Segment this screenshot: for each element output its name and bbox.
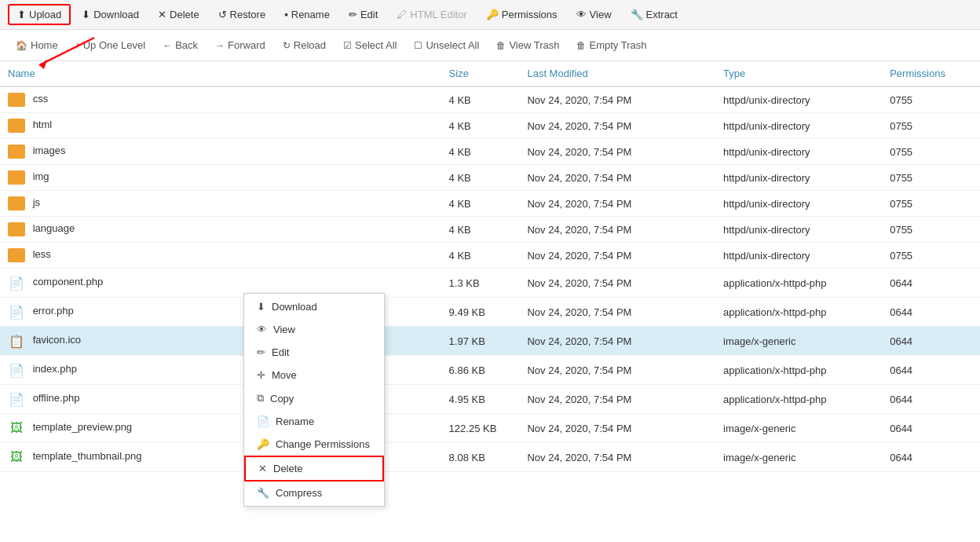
file-modified-cell: Nov 24, 2020, 7:54 PM — [519, 86, 715, 113]
file-type-cell: image/x-generic — [715, 327, 882, 356]
table-row[interactable]: 📄 offline.php 4.95 KB Nov 24, 2020, 7:54… — [0, 385, 980, 414]
up-one-level-button[interactable]: ↑ Up One Level — [68, 35, 154, 55]
download-icon: ⬇ — [82, 9, 90, 20]
context-menu-item-cm-copy[interactable]: ⧉ Copy — [244, 386, 384, 410]
view-icon: 👁 — [576, 9, 587, 20]
table-row[interactable]: 🖼 template_thumbnail.png 8.08 KB Nov 24,… — [0, 443, 980, 472]
file-perms-cell: 0755 — [882, 243, 980, 269]
view-trash-button[interactable]: 🗑 View Trash — [488, 35, 567, 55]
table-row[interactable]: 📄 component.php 1.3 KB Nov 24, 2020, 7:5… — [0, 269, 980, 298]
restore-button[interactable]: ↺ Restore — [210, 5, 274, 24]
empty-trash-button[interactable]: 🗑 Empty Trash — [569, 35, 654, 55]
size-col-header[interactable]: Size — [441, 61, 520, 86]
perms-col-header[interactable]: Permissions — [882, 61, 980, 86]
back-button[interactable]: ← Back — [155, 35, 206, 55]
context-menu-item-cm-change-permissions[interactable]: 🔑 Change Permissions — [244, 433, 384, 456]
extract-button[interactable]: 🔧 Extract — [623, 5, 686, 24]
file-size-cell: 9.49 KB — [441, 298, 520, 327]
context-menu-item-cm-rename[interactable]: 📄 Rename — [244, 410, 384, 433]
file-name-cell[interactable]: html — [0, 113, 441, 139]
file-modified-cell: Nov 24, 2020, 7:54 PM — [519, 414, 715, 443]
file-name: language — [33, 222, 75, 234]
upload-button[interactable]: ⬆ Upload — [8, 4, 71, 25]
html-editor-label: HTML Editor — [410, 9, 466, 20]
folder-icon — [8, 170, 25, 185]
edit-button[interactable]: ✏ Edit — [341, 5, 386, 24]
file-name: template_thumbnail.png — [33, 450, 142, 462]
file-type-cell: application/x-httpd-php — [715, 385, 882, 414]
delete-button[interactable]: ✕ Delete — [150, 5, 207, 24]
html-editor-button[interactable]: 🖊 HTML Editor — [389, 5, 474, 24]
cm-label-cm-view: View — [273, 324, 295, 335]
cm-label-cm-copy: Copy — [270, 393, 294, 405]
context-menu-item-cm-compress[interactable]: 🔧 Compress — [244, 482, 384, 504]
table-row[interactable]: css 4 KB Nov 24, 2020, 7:54 PM httpd/uni… — [0, 86, 980, 113]
file-name-cell[interactable]: js — [0, 191, 441, 217]
select-all-label: Select All — [355, 39, 397, 51]
context-menu-item-cm-view[interactable]: 👁 View — [244, 318, 384, 341]
table-row[interactable]: 🖼 template_preview.png 122.25 KB Nov 24,… — [0, 414, 980, 443]
file-type-cell: httpd/unix-directory — [715, 217, 882, 243]
cm-label-cm-rename: Rename — [276, 416, 314, 427]
reload-button[interactable]: ↻ Reload — [275, 35, 334, 55]
table-row[interactable]: images 4 KB Nov 24, 2020, 7:54 PM httpd/… — [0, 139, 980, 165]
folder-icon — [8, 196, 25, 211]
table-row[interactable]: 📄 error.php 9.49 KB Nov 24, 2020, 7:54 P… — [0, 298, 980, 327]
cm-icon-cm-rename: 📄 — [257, 416, 269, 427]
file-perms-cell: 0644 — [882, 414, 980, 443]
navbar: 🏠 Home ↑ Up One Level ← Back → Forward ↻… — [0, 30, 980, 61]
file-name-cell[interactable]: img — [0, 165, 441, 191]
table-row[interactable]: js 4 KB Nov 24, 2020, 7:54 PM httpd/unix… — [0, 191, 980, 217]
forward-icon: → — [215, 40, 225, 51]
delete-icon: ✕ — [158, 9, 166, 20]
edit-label: Edit — [360, 9, 378, 20]
file-name-cell[interactable]: less — [0, 243, 441, 269]
table-row[interactable]: language 4 KB Nov 24, 2020, 7:54 PM http… — [0, 217, 980, 243]
table-row[interactable]: 📄 index.php 6.86 KB Nov 24, 2020, 7:54 P… — [0, 356, 980, 385]
context-menu-item-cm-download[interactable]: ⬇ Download — [244, 295, 384, 318]
file-perms-cell: 0644 — [882, 327, 980, 356]
file-perms-cell: 0644 — [882, 269, 980, 298]
file-name-cell[interactable]: css — [0, 86, 441, 113]
file-perms-cell: 0755 — [882, 139, 980, 165]
toolbar: ⬆ Upload ⬇ Download ✕ Delete ↺ Restore ▪… — [0, 0, 980, 30]
permissions-button[interactable]: 🔑 Permissions — [478, 5, 565, 24]
folder-icon — [8, 248, 25, 262]
file-table-scroll[interactable]: Name Size Last Modified Type Permissions… — [0, 61, 980, 542]
view-label: View — [590, 9, 612, 20]
folder-icon — [8, 222, 25, 236]
file-size-cell: 4 KB — [441, 217, 520, 243]
download-label: Download — [93, 9, 139, 20]
home-label: Home — [31, 39, 58, 51]
view-button[interactable]: 👁 View — [569, 5, 620, 24]
download-button[interactable]: ⬇ Download — [74, 5, 147, 24]
png-file-icon: 🖼 — [8, 449, 25, 466]
file-size-cell: 4 KB — [441, 86, 520, 113]
cm-label-cm-delete: Delete — [273, 463, 303, 474]
select-all-button[interactable]: ☑ Select All — [335, 35, 404, 55]
file-name: css — [33, 93, 49, 104]
unselect-all-button[interactable]: ☐ Unselect All — [406, 35, 487, 55]
file-type-cell: httpd/unix-directory — [715, 139, 882, 165]
cm-icon-cm-copy: ⧉ — [257, 392, 264, 405]
file-modified-cell: Nov 24, 2020, 7:54 PM — [519, 165, 715, 191]
context-menu-item-cm-edit[interactable]: ✏ Edit — [244, 341, 384, 364]
table-row[interactable]: html 4 KB Nov 24, 2020, 7:54 PM httpd/un… — [0, 113, 980, 139]
file-modified-cell: Nov 24, 2020, 7:54 PM — [519, 298, 715, 327]
table-row[interactable]: 📋 favicon.ico 1.97 KB Nov 24, 2020, 7:54… — [0, 327, 980, 356]
forward-button[interactable]: → Forward — [207, 35, 273, 55]
file-name-cell[interactable]: language — [0, 217, 441, 243]
file-size-cell: 1.3 KB — [441, 269, 520, 298]
name-col-header[interactable]: Name — [0, 61, 441, 86]
file-name-cell[interactable]: images — [0, 139, 441, 165]
context-menu-item-cm-delete[interactable]: ✕ Delete — [244, 456, 384, 482]
table-row[interactable]: img 4 KB Nov 24, 2020, 7:54 PM httpd/uni… — [0, 165, 980, 191]
type-col-header[interactable]: Type — [715, 61, 882, 86]
modified-col-header[interactable]: Last Modified — [519, 61, 715, 86]
reload-icon: ↻ — [283, 40, 291, 51]
home-button[interactable]: 🏠 Home — [8, 35, 66, 55]
rename-button[interactable]: ▪ Rename — [276, 5, 338, 24]
context-menu-item-cm-move[interactable]: ✛ Move — [244, 364, 384, 386]
table-row[interactable]: less 4 KB Nov 24, 2020, 7:54 PM httpd/un… — [0, 243, 980, 269]
back-label: Back — [175, 39, 198, 51]
